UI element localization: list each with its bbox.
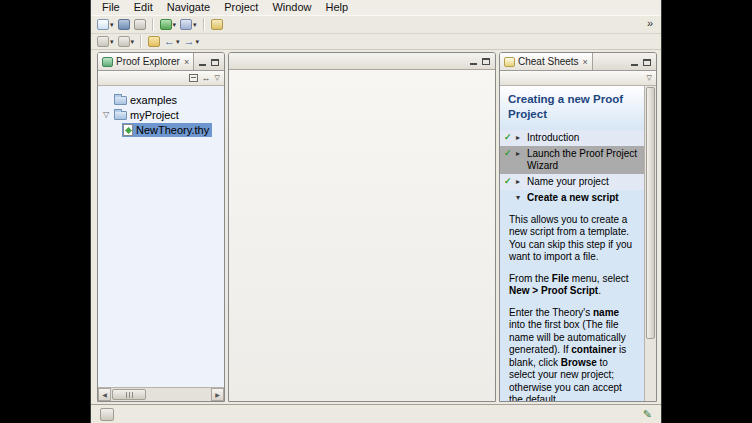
- pencil-icon[interactable]: ✎: [643, 408, 652, 421]
- maximize-button[interactable]: [481, 56, 491, 66]
- vertical-scrollbar[interactable]: [644, 86, 656, 401]
- minimize-button[interactable]: [468, 56, 478, 66]
- dropdown-arrow-icon[interactable]: ▾: [176, 38, 180, 46]
- step-create-script[interactable]: ▾ Create a new script: [500, 190, 644, 206]
- chevron-right-icon[interactable]: ▸: [516, 176, 525, 187]
- menu-bar: File Edit Navigate Project Window Help: [91, 0, 661, 15]
- tab-cheat-sheets[interactable]: Cheat Sheets ×: [500, 53, 593, 70]
- maximize-button[interactable]: [642, 57, 652, 67]
- close-icon[interactable]: ×: [184, 57, 189, 67]
- dropdown-arrow-icon[interactable]: ▾: [193, 21, 197, 29]
- menu-file[interactable]: File: [95, 0, 127, 15]
- print-button[interactable]: [133, 18, 147, 32]
- maximize-icon: [643, 59, 651, 66]
- menu-navigate[interactable]: Navigate: [160, 0, 217, 15]
- tree-item-label: examples: [130, 94, 177, 106]
- next-annotation-icon: [97, 36, 109, 47]
- toolbar-separator: [140, 35, 142, 48]
- maximize-icon: [211, 59, 219, 66]
- menu-help[interactable]: Help: [319, 0, 356, 15]
- forward-button[interactable]: → ▾: [183, 35, 201, 49]
- scrollbar-thumb[interactable]: [112, 389, 146, 400]
- editor-canvas[interactable]: [229, 70, 495, 401]
- back-button[interactable]: ← ▾: [163, 35, 181, 49]
- maximize-button[interactable]: [210, 57, 220, 67]
- menu-project[interactable]: Project: [217, 0, 265, 15]
- debug-button[interactable]: ▾: [179, 18, 198, 32]
- step-launch-wizard[interactable]: ✓ ▸ Launch the Proof Project Wizard: [500, 146, 644, 174]
- minimize-button[interactable]: [629, 57, 639, 67]
- tab-label: Proof Explorer: [116, 56, 180, 67]
- debug-icon: [180, 19, 192, 30]
- run-button[interactable]: ▾: [159, 18, 178, 32]
- tab-proof-explorer[interactable]: Proof Explorer ×: [98, 53, 194, 70]
- dropdown-arrow-icon[interactable]: ▾: [110, 38, 114, 46]
- close-icon[interactable]: ×: [583, 57, 588, 67]
- step-label: Name your project: [527, 176, 642, 188]
- dropdown-arrow-icon[interactable]: ▾: [110, 21, 114, 29]
- text-run-bold: name: [593, 307, 619, 318]
- dropdown-arrow-icon[interactable]: ▾: [196, 38, 200, 46]
- step-label: Create a new script: [527, 192, 642, 204]
- text-run: .: [598, 285, 601, 296]
- project-tree: examples ▽ myProject NewTheory.thy: [98, 86, 224, 387]
- cheat-sheets-view: Cheat Sheets × ▽ Creating a new Proof Pr…: [499, 52, 657, 402]
- search-icon: [211, 19, 223, 30]
- new-wizard-button[interactable]: ▾: [96, 18, 115, 32]
- link-with-editor-icon[interactable]: ↔: [202, 74, 211, 83]
- next-annotation-button[interactable]: ▾: [96, 35, 115, 49]
- grip-dot: [132, 392, 133, 398]
- expander-icon[interactable]: ▽: [101, 110, 111, 119]
- horizontal-scrollbar[interactable]: ◀ ▶: [98, 387, 224, 401]
- text-run-bold: File: [552, 273, 569, 284]
- text-run: Enter the Theory's: [509, 307, 593, 318]
- step-label: Launch the Proof Project Wizard: [527, 148, 642, 172]
- cheat-sheet-title: Creating a new Proof Project: [500, 86, 644, 130]
- selected-tree-item[interactable]: NewTheory.thy: [122, 123, 212, 137]
- menu-window[interactable]: Window: [265, 0, 318, 15]
- scrollbar-thumb[interactable]: [646, 87, 655, 339]
- main-toolbar-row1: ▾ ▾ ▾ »: [91, 15, 661, 34]
- toolbar-overflow-chevron[interactable]: »: [647, 17, 653, 29]
- text-run-bold: New > Proof Script: [509, 285, 598, 296]
- scrollbar-track[interactable]: [111, 388, 211, 401]
- save-icon: [118, 19, 130, 30]
- tree-item-newtheory[interactable]: NewTheory.thy: [98, 122, 224, 137]
- minimize-button[interactable]: [197, 57, 207, 67]
- view-menu-icon[interactable]: ▽: [647, 74, 652, 82]
- cheat-sheets-tabrow: Cheat Sheets ×: [500, 53, 656, 71]
- open-folder-icon: [114, 111, 127, 120]
- tree-item-examples[interactable]: examples: [98, 92, 224, 107]
- cheat-sheet-step-body: This allows you to create a new script f…: [500, 206, 644, 401]
- chevron-right-icon[interactable]: ▸: [516, 132, 525, 143]
- step-introduction[interactable]: ✓ ▸ Introduction: [500, 130, 644, 146]
- menu-edit[interactable]: Edit: [127, 0, 160, 15]
- chevron-right-icon[interactable]: ▸: [516, 148, 525, 159]
- editor-tabrow: [229, 53, 495, 70]
- workbench-area: Proof Explorer × ↔ ▽: [91, 50, 661, 404]
- fast-view-icon[interactable]: [100, 408, 114, 421]
- screen: File Edit Navigate Project Window Help ▾…: [0, 0, 752, 423]
- view-menu-icon[interactable]: ▽: [215, 74, 220, 82]
- dropdown-arrow-icon[interactable]: ▾: [131, 38, 135, 46]
- print-icon: [134, 19, 146, 30]
- main-toolbar-row2: ▾ ▾ ← ▾ → ▾: [91, 34, 661, 50]
- step-name-project[interactable]: ✓ ▸ Name your project: [500, 174, 644, 190]
- cheat-sheets-toolbar: ▽: [500, 71, 656, 86]
- text-run: This allows you to create a new script f…: [509, 214, 632, 263]
- last-edit-location-button[interactable]: [147, 35, 161, 49]
- scroll-left-button[interactable]: ◀: [98, 388, 111, 401]
- search-button[interactable]: [210, 18, 224, 32]
- dropdown-arrow-icon[interactable]: ▾: [173, 21, 177, 29]
- proof-explorer-tabrow: Proof Explorer ×: [98, 53, 224, 71]
- save-button[interactable]: [117, 18, 131, 32]
- toolbar-separator: [203, 18, 205, 31]
- grip-dot: [126, 392, 127, 398]
- collapse-all-icon[interactable]: [189, 74, 198, 82]
- tree-item-myproject[interactable]: ▽ myProject: [98, 107, 224, 122]
- scroll-right-button[interactable]: ▶: [211, 388, 224, 401]
- folder-icon: [114, 96, 127, 105]
- previous-annotation-button[interactable]: ▾: [117, 35, 136, 49]
- cheat-sheet-content: Creating a new Proof Project ✓ ▸ Introdu…: [500, 86, 644, 401]
- chevron-down-icon[interactable]: ▾: [516, 192, 525, 203]
